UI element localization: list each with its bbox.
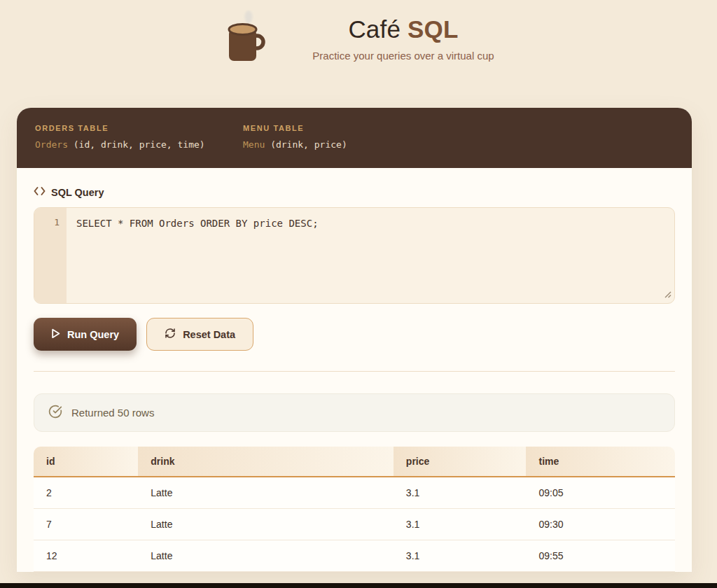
page-title: Café SQL (312, 15, 494, 43)
page-title-accent: SQL (408, 15, 459, 43)
toolbar: Run Query Reset Data (34, 318, 675, 351)
schema-bar: ORDERS TABLE Orders (id, drink, price, t… (17, 108, 692, 168)
check-circle-icon (48, 405, 62, 421)
results-table: iddrinkpricetime 2Latte3.109:057Latte3.1… (34, 447, 675, 572)
table-columns-menu: (drink, price) (270, 139, 347, 150)
table-cell: 12 (34, 540, 138, 572)
refresh-icon (165, 328, 176, 341)
resize-grip-icon[interactable] (664, 288, 671, 301)
schema-orders-table: ORDERS TABLE Orders (id, drink, price, t… (35, 124, 214, 150)
schema-menu-table: MENU TABLE Menu (drink, price) (243, 124, 422, 150)
status-bar: Returned 50 rows (34, 393, 675, 432)
table-cell: 09:55 (526, 540, 675, 572)
steam-icon (245, 10, 253, 23)
reset-data-button[interactable]: Reset Data (146, 318, 253, 351)
reset-data-label: Reset Data (183, 329, 235, 340)
title-block: Café SQL Practice your queries over a vi… (312, 15, 494, 62)
table-cell: 2 (34, 477, 138, 509)
status-message: Returned 50 rows (71, 407, 154, 419)
column-header-drink: drink (138, 447, 394, 477)
column-header-price: price (394, 447, 527, 477)
table-cell: Latte (138, 477, 394, 509)
line-number: 1 (54, 217, 60, 227)
schema-label-menu: MENU TABLE (243, 124, 422, 132)
play-icon (51, 328, 60, 341)
table-row: 7Latte3.109:30 (34, 509, 675, 540)
run-query-button[interactable]: Run Query (34, 318, 137, 351)
table-cell: 3.1 (394, 540, 527, 572)
table-name-menu: Menu (243, 139, 265, 150)
sql-query-section-label: SQL Query (34, 186, 675, 198)
section-divider (34, 371, 675, 372)
table-columns-orders: (id, drink, price, time) (74, 139, 205, 150)
page-subtitle: Practice your queries over a virtual cup (312, 50, 494, 62)
sql-editor: 1 SELECT * FROM Orders ORDER BY price DE… (34, 207, 675, 304)
schema-def-orders: Orders (id, drink, price, time) (35, 139, 214, 150)
table-cell: 3.1 (394, 477, 527, 509)
main-card: ORDERS TABLE Orders (id, drink, price, t… (17, 108, 692, 572)
table-name-orders: Orders (35, 139, 68, 150)
app-header: Café SQL Practice your queries over a vi… (0, 0, 717, 73)
card-body: SQL Query 1 SELECT * FROM Orders ORDER B… (17, 168, 692, 572)
coffee-mug-icon (223, 10, 269, 67)
sql-query-input[interactable]: SELECT * FROM Orders ORDER BY price DESC… (67, 208, 674, 303)
column-header-time: time (526, 447, 675, 477)
table-row: 2Latte3.109:05 (34, 477, 675, 509)
code-brackets-icon (34, 186, 46, 198)
sql-query-section-title: SQL Query (51, 187, 104, 198)
table-cell: 3.1 (394, 509, 527, 540)
footer-bar (0, 583, 717, 588)
table-cell: 7 (34, 509, 138, 540)
column-header-id: id (34, 447, 138, 477)
schema-def-menu: Menu (drink, price) (243, 139, 422, 150)
table-cell: 09:05 (526, 477, 675, 509)
schema-label-orders: ORDERS TABLE (35, 124, 214, 132)
table-cell: Latte (138, 509, 394, 540)
results-body: 2Latte3.109:057Latte3.109:3012Latte3.109… (34, 477, 675, 572)
table-row: 12Latte3.109:55 (34, 540, 675, 572)
run-query-label: Run Query (67, 329, 119, 340)
results-header-row: iddrinkpricetime (34, 447, 675, 477)
table-cell: 09:30 (526, 509, 675, 540)
table-cell: Latte (138, 540, 394, 572)
editor-line-number-gutter: 1 (34, 208, 67, 303)
